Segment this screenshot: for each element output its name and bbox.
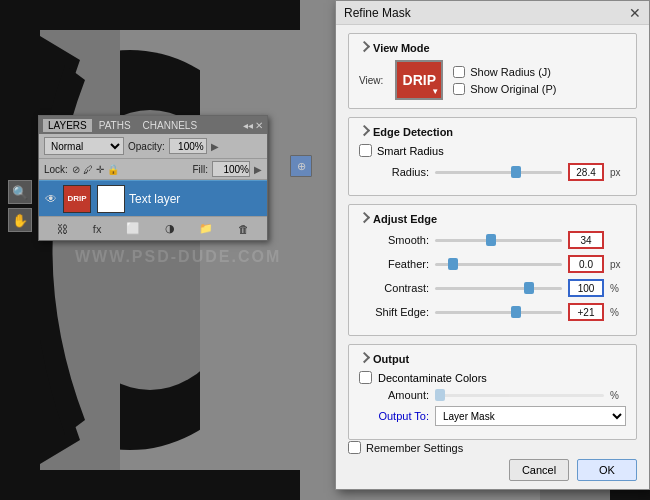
- view-checkboxes: Show Radius (J) Show Original (P): [453, 66, 556, 95]
- output-to-select[interactable]: Layer Mask: [435, 406, 626, 426]
- blend-mode-select[interactable]: Normal: [44, 137, 124, 155]
- output-section: Output Decontaminate Colors Amount: % Ou…: [348, 344, 637, 440]
- fill-arrow[interactable]: ▶: [254, 164, 262, 175]
- layer-visibility-icon[interactable]: 👁: [43, 191, 59, 207]
- ok-button[interactable]: OK: [577, 459, 637, 481]
- opacity-arrow[interactable]: ▶: [211, 141, 219, 152]
- layer-thumbnail-drip: DRIP: [64, 186, 90, 212]
- decontaminate-row: Decontaminate Colors: [359, 371, 626, 384]
- amount-unit: %: [610, 390, 626, 401]
- button-row: Cancel OK: [348, 459, 637, 481]
- show-original-checkbox[interactable]: [453, 83, 465, 95]
- shift-edge-row: Shift Edge: +21 %: [359, 303, 626, 321]
- layer-item[interactable]: 👁 DRIP Text layer: [39, 180, 267, 216]
- opacity-label: Opacity:: [128, 141, 165, 152]
- feather-unit: px: [610, 259, 626, 270]
- layers-titlebar: LAYERS PATHS CHANNELS ◂◂ ✕: [39, 116, 267, 134]
- smooth-slider-thumb: [486, 234, 496, 246]
- dialog-close-button[interactable]: ✕: [629, 5, 641, 21]
- cancel-button[interactable]: Cancel: [509, 459, 569, 481]
- fill-label: Fill:: [192, 164, 208, 175]
- contrast-slider-thumb: [524, 282, 534, 294]
- layer-name-label: Text layer: [129, 192, 263, 206]
- radius-unit: px: [610, 167, 626, 178]
- tab-channels[interactable]: CHANNELS: [138, 119, 202, 132]
- radius-value[interactable]: 28.4: [568, 163, 604, 181]
- output-to-label: Output To:: [359, 410, 429, 422]
- panel-controls: ◂◂ ✕: [243, 120, 263, 131]
- contrast-label: Contrast:: [359, 282, 429, 294]
- view-preview-button[interactable]: DRIP ▼: [395, 60, 443, 100]
- link-layers-icon[interactable]: ⛓: [54, 222, 71, 236]
- dialog-body: View Mode View: DRIP ▼ Show Radius (J) S…: [336, 25, 649, 456]
- amount-slider-thumb: [435, 389, 445, 401]
- refine-brush-icon[interactable]: ⊕: [290, 155, 312, 177]
- output-label: Output: [359, 353, 626, 365]
- show-radius-checkbox[interactable]: [453, 66, 465, 78]
- feather-slider[interactable]: [435, 263, 562, 266]
- layers-panel: LAYERS PATHS CHANNELS ◂◂ ✕ Normal Opacit…: [38, 115, 268, 241]
- lock-all-icon[interactable]: 🔒: [107, 164, 119, 175]
- magnify-tool-icon[interactable]: 🔍: [8, 180, 32, 204]
- smooth-slider[interactable]: [435, 239, 562, 242]
- contrast-value[interactable]: 100: [568, 279, 604, 297]
- panel-tabs: LAYERS PATHS CHANNELS: [43, 119, 202, 132]
- output-to-row: Output To: Layer Mask: [359, 406, 626, 426]
- layer-thumbnail: DRIP: [63, 185, 91, 213]
- collapse-icon[interactable]: ◂◂: [243, 120, 253, 131]
- show-radius-row: Show Radius (J): [453, 66, 556, 78]
- shift-edge-slider[interactable]: [435, 311, 562, 314]
- dialog-footer: Remember Settings Cancel OK: [336, 441, 649, 481]
- show-original-label: Show Original (P): [470, 83, 556, 95]
- svg-rect-9: [0, 0, 40, 500]
- adjust-edge-section: Adjust Edge Smooth: 34 Feather: 0.0 px: [348, 204, 637, 336]
- lock-icons: ⊘ 🖊 ✛ 🔒: [72, 164, 119, 175]
- radius-slider[interactable]: [435, 171, 562, 174]
- remember-settings-label: Remember Settings: [366, 442, 463, 454]
- feather-row: Feather: 0.0 px: [359, 255, 626, 273]
- show-radius-label: Show Radius (J): [470, 66, 551, 78]
- fill-input[interactable]: [212, 161, 250, 177]
- view-label: View:: [359, 75, 383, 86]
- hand-tool-icon[interactable]: ✋: [8, 208, 32, 232]
- shift-edge-value[interactable]: +21: [568, 303, 604, 321]
- tab-paths[interactable]: PATHS: [94, 119, 136, 132]
- close-panel-icon[interactable]: ✕: [255, 120, 263, 131]
- layer-actions-bar: ⛓ fx ⬜ ◑ 📁 🗑: [39, 216, 267, 240]
- view-mode-row: View: DRIP ▼ Show Radius (J) Show Origin…: [359, 60, 626, 100]
- radius-slider-thumb: [511, 166, 521, 178]
- edge-detection-section: Edge Detection Smart Radius Radius: 28.4…: [348, 117, 637, 196]
- layer-mask-thumbnail: [97, 185, 125, 213]
- smooth-label: Smooth:: [359, 234, 429, 246]
- view-preview-dropdown-arrow: ▼: [431, 87, 439, 96]
- feather-value[interactable]: 0.0: [568, 255, 604, 273]
- feather-label: Feather:: [359, 258, 429, 270]
- remember-settings-checkbox[interactable]: [348, 441, 361, 454]
- refine-mask-dialog: Refine Mask ✕ View Mode View: DRIP ▼ Sho…: [335, 0, 650, 490]
- lock-label: Lock:: [44, 164, 68, 175]
- decontaminate-label: Decontaminate Colors: [378, 372, 487, 384]
- tab-layers[interactable]: LAYERS: [43, 119, 92, 132]
- adjustment-icon[interactable]: ◑: [162, 221, 178, 236]
- dialog-title: Refine Mask: [344, 6, 411, 20]
- smooth-value[interactable]: 34: [568, 231, 604, 249]
- lock-paint-icon[interactable]: 🖊: [83, 164, 93, 175]
- amount-row: Amount: %: [359, 389, 626, 401]
- opacity-input[interactable]: [169, 138, 207, 154]
- view-preview-drip-text: DRIP: [403, 72, 436, 88]
- delete-layer-icon[interactable]: 🗑: [235, 222, 252, 236]
- lock-move-icon[interactable]: ✛: [96, 164, 104, 175]
- add-mask-icon[interactable]: ⬜: [123, 221, 143, 236]
- remember-row: Remember Settings: [348, 441, 637, 454]
- decontaminate-checkbox[interactable]: [359, 371, 372, 384]
- refine-tools: ⊕: [290, 155, 312, 177]
- edge-detection-label: Edge Detection: [359, 126, 626, 138]
- lock-transparent-icon[interactable]: ⊘: [72, 164, 80, 175]
- fx-icon[interactable]: fx: [90, 222, 105, 236]
- group-icon[interactable]: 📁: [196, 221, 216, 236]
- smart-radius-checkbox[interactable]: [359, 144, 372, 157]
- svg-rect-11: [0, 0, 300, 30]
- contrast-slider[interactable]: [435, 287, 562, 290]
- smooth-row: Smooth: 34: [359, 231, 626, 249]
- tools-sidebar: 🔍 ✋: [8, 180, 32, 232]
